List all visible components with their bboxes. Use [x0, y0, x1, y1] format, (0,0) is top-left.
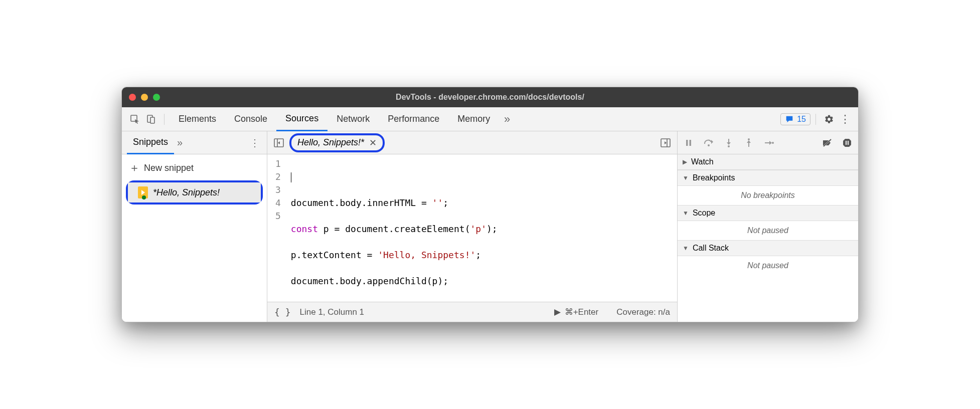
close-window-button[interactable]: [129, 94, 136, 101]
tab-performance[interactable]: Performance: [379, 107, 448, 131]
navigator-sidebar: Snippets » ⋮ ＋ New snippet *Hello, Snipp…: [122, 131, 267, 322]
editor-statusbar: { } Line 1, Column 1 ▶ ⌘+Enter Coverage:…: [267, 302, 677, 322]
settings-icon[interactable]: [821, 111, 837, 127]
step-over-icon[interactable]: [703, 137, 715, 149]
chat-icon: [785, 115, 794, 124]
issues-count: 15: [797, 115, 806, 124]
toolbar-divider-2: [815, 114, 816, 125]
minimize-window-button[interactable]: [141, 94, 148, 101]
pause-icon[interactable]: [683, 137, 695, 149]
line-number: 1: [275, 157, 281, 170]
debugger-toolbar: [678, 131, 858, 154]
breakpoints-body: No breakpoints: [678, 186, 858, 205]
toolbar-divider: [164, 114, 165, 125]
close-tab-icon[interactable]: ✕: [369, 137, 377, 148]
editor-tab-active[interactable]: Hello, Snippets!* ✕: [289, 133, 385, 152]
snippet-list-item[interactable]: *Hello, Snippets!: [128, 182, 261, 202]
line-number: 5: [275, 210, 281, 223]
line-gutter: 1 2 3 4 5: [267, 154, 286, 302]
pause-on-exceptions-icon[interactable]: [841, 137, 853, 149]
debugger-panel: ▶ Watch ▼ Breakpoints No breakpoints ▼ S…: [678, 131, 858, 322]
pretty-print-icon[interactable]: { }: [274, 307, 291, 317]
section-scope[interactable]: ▼ Scope: [678, 205, 858, 221]
inspect-element-icon[interactable]: [127, 111, 143, 127]
svg-point-12: [708, 144, 710, 146]
tab-elements[interactable]: Elements: [170, 107, 225, 131]
navigator-kebab-icon[interactable]: ⋮: [248, 137, 262, 149]
editor-tabbar: Hello, Snippets!* ✕: [267, 131, 677, 154]
svg-rect-9: [686, 140, 688, 146]
navigator-tabs: Snippets » ⋮: [122, 131, 267, 154]
editor-panel: Hello, Snippets!* ✕ 1 2 3 4 5 document.b…: [267, 131, 678, 322]
snippet-name: *Hello, Snippets!: [153, 187, 220, 198]
section-label: Call Stack: [693, 244, 729, 253]
editor-tab-label: Hello, Snippets!*: [297, 137, 364, 148]
plus-icon: ＋: [129, 160, 140, 175]
line-number: 2: [275, 170, 281, 183]
issues-counter[interactable]: 15: [780, 113, 810, 125]
line-number: 3: [275, 183, 281, 196]
code-content: document.body.innerHTML = ''; const p = …: [286, 154, 503, 302]
toggle-debugger-icon[interactable]: [658, 135, 673, 150]
scope-body: Not paused: [678, 221, 858, 240]
section-callstack[interactable]: ▼ Call Stack: [678, 240, 858, 256]
toggle-navigator-icon[interactable]: [271, 135, 286, 150]
maximize-window-button[interactable]: [153, 94, 160, 101]
tab-network[interactable]: Network: [328, 107, 379, 131]
tab-sources[interactable]: Sources: [276, 107, 328, 131]
window-titlebar: DevTools - developer.chrome.com/docs/dev…: [122, 87, 858, 107]
section-breakpoints[interactable]: ▼ Breakpoints: [678, 170, 858, 186]
svg-point-15: [728, 145, 730, 147]
run-shortcut: ⌘+Enter: [565, 307, 599, 317]
main-area: Snippets » ⋮ ＋ New snippet *Hello, Snipp…: [122, 131, 858, 322]
navigator-tab-snippets[interactable]: Snippets: [127, 131, 174, 154]
run-snippet-button[interactable]: ▶ ⌘+Enter: [554, 307, 599, 317]
cursor-position: Line 1, Column 1: [300, 307, 365, 317]
svg-rect-10: [690, 140, 692, 146]
svg-rect-25: [848, 141, 849, 145]
step-into-icon[interactable]: [723, 137, 735, 149]
svg-marker-8: [665, 141, 667, 144]
kebab-menu-icon[interactable]: ⋮: [837, 111, 853, 127]
svg-marker-14: [727, 142, 731, 145]
more-tabs-icon[interactable]: »: [499, 111, 515, 127]
play-icon: ▶: [554, 307, 561, 317]
svg-rect-2: [150, 117, 154, 123]
new-snippet-label: New snippet: [144, 163, 194, 173]
debugger-sections: ▶ Watch ▼ Breakpoints No breakpoints ▼ S…: [678, 154, 858, 322]
window-title: DevTools - developer.chrome.com/docs/dev…: [122, 93, 858, 102]
line-number: 4: [275, 196, 281, 210]
callstack-body: Not paused: [678, 256, 858, 275]
devtools-window: DevTools - developer.chrome.com/docs/dev…: [121, 87, 859, 322]
svg-marker-11: [711, 140, 713, 144]
section-watch[interactable]: ▶ Watch: [678, 154, 858, 170]
traffic-lights: [129, 94, 160, 101]
main-toolbar: Elements Console Sources Network Perform…: [122, 107, 858, 131]
tab-console[interactable]: Console: [225, 107, 276, 131]
step-icon[interactable]: [763, 137, 775, 149]
deactivate-breakpoints-icon[interactable]: [821, 137, 833, 149]
expand-down-icon: ▼: [683, 245, 689, 252]
navigator-more-tabs-icon[interactable]: »: [177, 137, 183, 148]
text-cursor: [291, 172, 291, 182]
expand-right-icon: ▶: [683, 158, 687, 165]
expand-down-icon: ▼: [683, 210, 689, 217]
navigator-body: ＋ New snippet *Hello, Snippets!: [122, 154, 267, 322]
modified-dot-icon: [142, 195, 146, 199]
section-label: Watch: [691, 157, 714, 166]
svg-point-21: [772, 142, 774, 144]
svg-rect-24: [846, 141, 847, 145]
step-out-icon[interactable]: [743, 137, 755, 149]
tab-memory[interactable]: Memory: [448, 107, 499, 131]
code-editor[interactable]: 1 2 3 4 5 document.body.innerHTML = ''; …: [267, 154, 677, 302]
new-snippet-button[interactable]: ＋ New snippet: [122, 157, 267, 178]
section-label: Scope: [693, 209, 715, 218]
highlighted-snippet: *Hello, Snippets!: [126, 180, 263, 204]
svg-marker-17: [747, 140, 751, 143]
svg-marker-20: [769, 141, 772, 145]
expand-down-icon: ▼: [683, 174, 689, 181]
svg-marker-5: [278, 141, 280, 144]
coverage-status: Coverage: n/a: [616, 307, 670, 317]
device-toolbar-icon[interactable]: [143, 111, 159, 127]
svg-point-18: [748, 138, 750, 140]
